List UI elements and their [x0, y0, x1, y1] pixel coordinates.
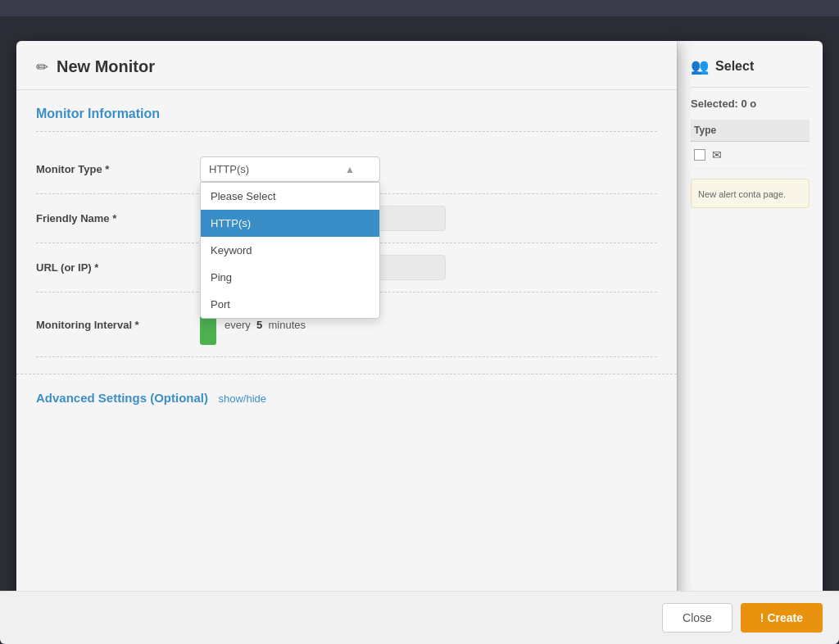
monitor-type-dropdown: Please Select HTTP(s) Keyword Ping Port — [200, 182, 380, 319]
interval-prefix: every — [224, 319, 251, 331]
table-row: ✉ — [691, 142, 810, 169]
sidebar-header: 👥 Select — [691, 57, 810, 88]
modal-overlay: ✏ New Monitor Monitor Information Monito… — [0, 16, 839, 644]
interval-display: every 5 minutes — [224, 319, 306, 331]
sidebar-note-box: New alert conta page. — [691, 179, 810, 208]
interval-suffix: minutes — [269, 319, 306, 331]
monitor-type-control: HTTP(s) ▲ Please Select HTTP(s) Keyword … — [200, 156, 657, 182]
table-cell-type: ✉ — [691, 142, 810, 169]
monitor-type-select[interactable]: HTTP(s) ▲ — [200, 156, 380, 182]
dropdown-option-keyword[interactable]: Keyword — [201, 237, 379, 264]
modal-title: New Monitor — [57, 57, 155, 76]
close-button[interactable]: Close — [662, 603, 732, 633]
sidebar-table: Type ✉ — [691, 120, 810, 169]
dropdown-option-https[interactable]: HTTP(s) — [201, 210, 379, 237]
monitor-type-select-wrapper: HTTP(s) ▲ Please Select HTTP(s) Keyword … — [200, 156, 380, 182]
create-button[interactable]: ! Create — [741, 603, 823, 633]
dropdown-option-ping[interactable]: Ping — [201, 264, 379, 291]
advanced-title: Advanced Settings (Optional) — [36, 391, 208, 405]
modal-body: Monitor Information Monitor Type * HTTP(… — [16, 90, 677, 374]
section-title: Monitor Information — [36, 107, 657, 121]
email-icon: ✉ — [712, 148, 722, 161]
chevron-up-icon: ▲ — [345, 164, 355, 175]
sidebar-note: New alert conta page. — [698, 189, 786, 199]
show-hide-link[interactable]: show/hide — [218, 392, 266, 405]
contact-checkbox[interactable] — [694, 149, 705, 161]
interval-value: 5 — [256, 319, 262, 331]
sidebar-title: Select — [715, 59, 754, 74]
select-value: HTTP(s) — [209, 163, 249, 175]
dropdown-option-please-select[interactable]: Please Select — [201, 183, 379, 210]
friendly-name-label: Friendly Name * — [36, 212, 200, 224]
edit-icon: ✏ — [36, 58, 48, 76]
monitor-type-row: Monitor Type * HTTP(s) ▲ Please Select — [36, 145, 657, 194]
modal-header: ✏ New Monitor — [16, 41, 677, 90]
top-bar — [0, 0, 839, 16]
type-col-header: Type — [691, 120, 810, 142]
advanced-section: Advanced Settings (Optional) show/hide — [16, 374, 677, 422]
section-divider — [36, 131, 657, 132]
interval-label: Monitoring Interval * — [36, 319, 200, 331]
modal-footer: Close ! Create — [0, 591, 839, 644]
contacts-icon: 👥 — [691, 57, 709, 75]
monitor-type-label: Monitor Type * — [36, 163, 200, 175]
modal-sidebar: 👥 Select Selected: 0 o Type ✉ — [677, 41, 823, 598]
modal-main: ✏ New Monitor Monitor Information Monito… — [16, 41, 677, 598]
sidebar-selected-info: Selected: 0 o — [691, 98, 810, 110]
modal-container: ✏ New Monitor Monitor Information Monito… — [16, 41, 823, 598]
dropdown-option-port[interactable]: Port — [201, 291, 379, 318]
url-label: URL (or IP) * — [36, 261, 200, 274]
